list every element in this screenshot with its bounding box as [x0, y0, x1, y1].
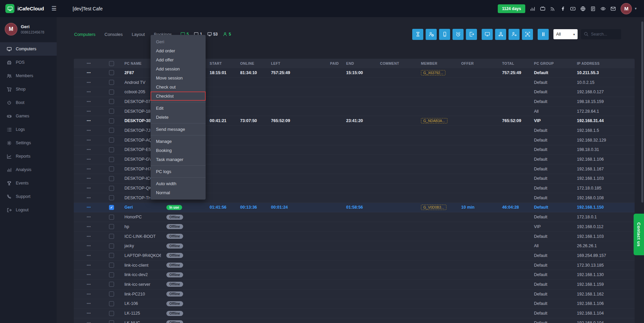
- menu-item-booking[interactable]: Booking: [151, 146, 206, 155]
- menu-item-add-order[interactable]: Add order: [151, 46, 206, 55]
- sidebar-item-logs[interactable]: Logs: [0, 123, 57, 136]
- row-actions-button[interactable]: •••: [87, 235, 91, 238]
- row-checkbox[interactable]: [109, 301, 114, 306]
- menu-item-move-session[interactable]: Move session: [151, 73, 206, 83]
- sidebar-item-games[interactable]: Games: [0, 109, 57, 123]
- filter-select[interactable]: All ▾: [553, 29, 578, 39]
- sidebar-item-members[interactable]: Members: [0, 69, 57, 83]
- row-checkbox[interactable]: [109, 128, 114, 133]
- menu-item-normal[interactable]: Normal: [151, 188, 206, 197]
- row-checkbox[interactable]: [109, 263, 114, 268]
- row-checkbox[interactable]: [109, 70, 114, 75]
- sidebar-item-pos[interactable]: POS: [0, 56, 57, 69]
- row-checkbox[interactable]: [109, 138, 114, 143]
- sign-out-button[interactable]: [466, 29, 477, 40]
- row-checkbox[interactable]: [109, 166, 114, 171]
- row-actions-button[interactable]: •••: [87, 254, 91, 257]
- alarm-button[interactable]: [452, 29, 464, 40]
- sidebar-item-boot[interactable]: Boot: [0, 96, 57, 109]
- sidebar-item-shop[interactable]: Shop: [0, 83, 57, 96]
- row-checkbox[interactable]: [109, 224, 114, 229]
- row-actions-button[interactable]: •••: [87, 244, 91, 248]
- menu-toggle-button[interactable]: ☰: [51, 5, 56, 12]
- table-row[interactable]: •••link-icc-serverOfflineDefault192.168.…: [74, 280, 635, 289]
- table-row[interactable]: •••LAPTOP-9R4QKO62OfflineDefault169.254.…: [74, 251, 635, 261]
- tv-icon[interactable]: [540, 6, 545, 11]
- mail-icon[interactable]: [610, 6, 616, 11]
- row-checkbox[interactable]: [109, 176, 114, 181]
- mobile-button[interactable]: [439, 29, 450, 40]
- row-actions-button[interactable]: •••: [87, 225, 91, 228]
- clipboard-icon[interactable]: [590, 6, 596, 11]
- user-move-button[interactable]: [508, 29, 520, 40]
- row-actions-button[interactable]: •••: [87, 129, 91, 132]
- table-row[interactable]: •••link-icc-dev2OfflineDefault192.168.1.…: [74, 270, 635, 280]
- scrollbar[interactable]: [641, 21, 643, 203]
- pause-button[interactable]: [538, 29, 549, 40]
- row-actions-button[interactable]: •••: [87, 302, 91, 305]
- menu-item-edit[interactable]: Edit: [151, 104, 206, 113]
- sidebar-item-reports[interactable]: Reports: [0, 150, 57, 163]
- row-actions-button[interactable]: •••: [87, 321, 91, 323]
- row-checkbox[interactable]: [109, 90, 114, 95]
- row-actions-button[interactable]: •••: [87, 206, 91, 209]
- row-actions-button[interactable]: •••: [87, 100, 91, 103]
- menu-item-add-session[interactable]: Add session: [151, 64, 206, 73]
- row-actions-button[interactable]: •••: [87, 167, 91, 171]
- row-checkbox[interactable]: [109, 80, 114, 85]
- row-checkbox[interactable]: [109, 186, 114, 191]
- menu-item-pc-logs[interactable]: PC logs: [151, 167, 206, 176]
- user-clock-button[interactable]: [426, 29, 437, 40]
- menu-item-check-out[interactable]: Check out: [151, 83, 206, 92]
- row-actions-button[interactable]: •••: [87, 264, 91, 267]
- row-checkbox[interactable]: [109, 99, 114, 104]
- table-row[interactable]: •••link-icc-clientOfflineDefault172.30.1…: [74, 261, 635, 270]
- row-checkbox[interactable]: [109, 320, 114, 323]
- row-actions-button[interactable]: •••: [87, 119, 91, 122]
- table-row[interactable]: •••HonorPCOfflineDefault172.18.0.1: [74, 212, 635, 222]
- tab-consoles[interactable]: Consoles: [105, 32, 123, 37]
- row-checkbox[interactable]: [109, 234, 114, 239]
- row-checkbox[interactable]: [109, 272, 114, 277]
- row-actions-button[interactable]: •••: [87, 139, 91, 142]
- tab-computers[interactable]: Computers: [74, 32, 96, 37]
- facebook-icon[interactable]: [560, 6, 566, 11]
- table-row[interactable]: •••LK-1125OfflineDefault192.168.1.104: [74, 309, 635, 318]
- row-actions-button[interactable]: •••: [87, 81, 91, 84]
- menu-item-delete[interactable]: Delete: [151, 113, 206, 122]
- row-checkbox[interactable]: [109, 311, 114, 316]
- menu-item-manage[interactable]: Manage: [151, 137, 206, 146]
- table-row[interactable]: •••ICC-LINK-BOOTOfflineDefault192.168.1.…: [74, 232, 635, 241]
- row-checkbox[interactable]: [109, 215, 114, 220]
- row-checkbox[interactable]: [109, 253, 114, 258]
- row-actions-button[interactable]: •••: [87, 148, 91, 151]
- row-checkbox[interactable]: [109, 157, 114, 162]
- row-actions-button[interactable]: •••: [87, 158, 91, 161]
- member-badge[interactable]: G_V0D0B3...: [421, 205, 446, 210]
- menu-item-task-manager[interactable]: Task manager: [151, 155, 206, 164]
- user-transfer-button[interactable]: [495, 29, 506, 40]
- menu-item-auto-width[interactable]: Auto width: [151, 179, 206, 188]
- member-badge[interactable]: G_X63792...: [421, 70, 445, 75]
- row-actions-button[interactable]: •••: [87, 283, 91, 286]
- sidebar-item-support[interactable]: Support: [0, 190, 57, 203]
- row-checkbox[interactable]: ✓: [109, 205, 114, 210]
- member-badge[interactable]: G_NDAB3A...: [421, 118, 447, 123]
- table-row[interactable]: •••link-PC210OfflineDefault192.168.1.162: [74, 289, 635, 299]
- row-actions-button[interactable]: •••: [87, 90, 91, 94]
- select-all-checkbox[interactable]: [109, 61, 114, 66]
- row-checkbox[interactable]: [109, 195, 114, 200]
- sand-timer-button[interactable]: [412, 29, 423, 40]
- row-checkbox[interactable]: [109, 291, 114, 297]
- sidebar-item-logout[interactable]: Logout: [0, 203, 57, 217]
- stats-icon[interactable]: [530, 6, 535, 11]
- row-actions-button[interactable]: •••: [87, 110, 91, 113]
- eye-icon[interactable]: [600, 6, 606, 11]
- row-checkbox[interactable]: [109, 147, 114, 152]
- sidebar-item-analysis[interactable]: Analysis: [0, 163, 57, 176]
- globe-icon[interactable]: [580, 6, 586, 11]
- row-checkbox[interactable]: [109, 244, 114, 249]
- row-actions-button[interactable]: •••: [87, 292, 91, 296]
- row-checkbox[interactable]: [109, 282, 114, 287]
- row-actions-button[interactable]: •••: [87, 186, 91, 190]
